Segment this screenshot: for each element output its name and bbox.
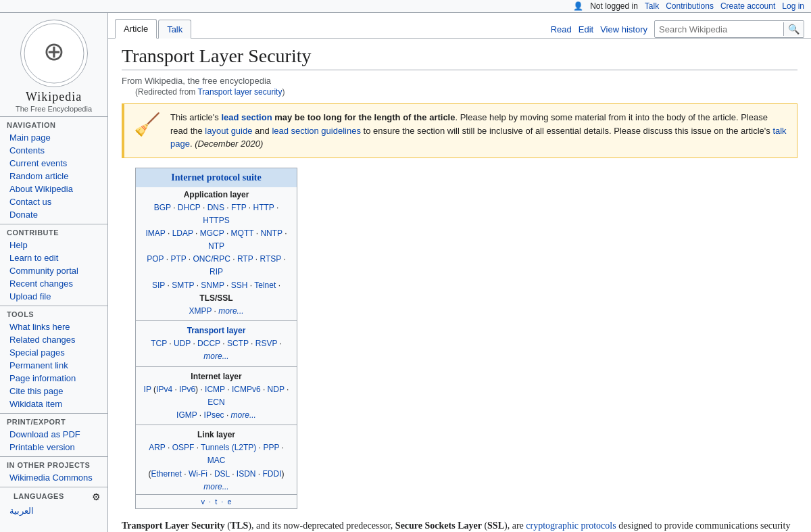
sidebar-item-permanent-link[interactable]: Permanent link [0, 359, 107, 372]
lead-section-guidelines-link[interactable]: lead section guidelines [272, 126, 361, 136]
edit-action[interactable]: Edit [579, 24, 593, 34]
sidebar-item-about[interactable]: About Wikipedia [0, 183, 107, 195]
article-tabs: Article Talk [115, 18, 193, 38]
link-layer-title: Link layer [136, 427, 297, 441]
article-title: Transport Layer Security [122, 45, 797, 70]
main-content-area: Article Talk Read Edit View history 🔍 Tr… [108, 13, 811, 532]
navigation-title: Navigation [0, 121, 107, 131]
transport-layer-title: Transport layer [136, 323, 297, 337]
article-actions: Read Edit View history 🔍 [551, 20, 804, 38]
svg-text:⊕: ⊕ [43, 37, 65, 66]
search-button[interactable]: 🔍 [783, 22, 804, 36]
tools-section: Tools What links here Related changes Sp… [0, 306, 107, 413]
warning-box: 🧹 This article's lead section may be too… [122, 103, 797, 158]
layout: ⊕ Wikipedia The Free Encyclopedia Naviga… [0, 13, 811, 532]
sidebar-item-special-pages[interactable]: Special pages [0, 346, 107, 359]
infobox-v-link[interactable]: v [201, 498, 205, 506]
sidebar-item-help[interactable]: Help [0, 239, 107, 251]
sidebar-item-donate[interactable]: Donate [0, 208, 107, 221]
other-projects-section: In other projects Wikimedia Commons [0, 456, 107, 487]
content-header: Article Talk Read Edit View history 🔍 [108, 13, 811, 39]
sidebar-item-cite-page[interactable]: Cite this page [0, 385, 107, 397]
search-box: 🔍 [654, 20, 804, 38]
print-title: Print/export [0, 418, 107, 428]
sidebar-item-random-article[interactable]: Random article [0, 170, 107, 183]
infobox-t-link[interactable]: t [215, 498, 217, 506]
lead-section-link[interactable]: lead section [221, 112, 272, 122]
divider-2 [136, 366, 297, 367]
infobox: Internet protocol suite Application laye… [135, 168, 297, 509]
create-account-link[interactable]: Create account [720, 1, 775, 11]
article-content: 🧹 This article's lead section may be too… [122, 103, 797, 532]
link-layer-links: ARP · OSPF · Tunnels (L2TP) · PPP · MAC … [136, 441, 297, 494]
top-bar: 👤 Not logged in Talk Contributions Creat… [0, 0, 811, 13]
sidebar-item-current-events[interactable]: Current events [0, 157, 107, 170]
contribute-section: Contribute Help Learn to edit Community … [0, 224, 107, 306]
sidebar-item-download-pdf[interactable]: Download as PDF [0, 428, 107, 441]
redirect-link[interactable]: Transport layer security [197, 87, 282, 97]
languages-section: Languages ⚙ العربية [0, 487, 107, 520]
internet-layer-title: Internet layer [136, 369, 297, 383]
cryptographic-protocols-link[interactable]: cryptographic protocols [526, 521, 616, 531]
application-layer-title: Application layer [136, 187, 297, 201]
search-input[interactable] [655, 23, 783, 36]
divider-1 [136, 320, 297, 321]
sidebar-item-arabic[interactable]: العربية [0, 504, 107, 517]
languages-title: Languages [7, 492, 71, 502]
broom-icon: 🧹 [134, 114, 161, 135]
sidebar-item-learn-to-edit[interactable]: Learn to edit [0, 251, 107, 264]
internet-layer-more[interactable]: more... [231, 410, 256, 420]
wikipedia-globe-logo: ⊕ [20, 20, 88, 87]
transport-layer-more[interactable]: more... [203, 352, 228, 361]
tls-ssl-current: TLS/SSL [199, 293, 232, 303]
user-icon: 👤 [573, 1, 583, 11]
logo-area: ⊕ Wikipedia The Free Encyclopedia [0, 13, 107, 116]
wikipedia-wordmark: Wikipedia [26, 90, 82, 104]
sidebar-item-recent-changes[interactable]: Recent changes [0, 277, 107, 290]
sidebar-item-wikidata[interactable]: Wikidata item [0, 397, 107, 410]
link-layer-more[interactable]: more... [203, 482, 228, 491]
infobox-footer: v · t · e [136, 494, 297, 508]
infobox-e-link[interactable]: e [227, 498, 231, 506]
not-logged-in-label: Not logged in [590, 1, 638, 11]
sidebar-item-main-page[interactable]: Main page [0, 131, 107, 144]
read-action[interactable]: Read [551, 24, 572, 34]
application-layer-more[interactable]: more... [218, 306, 243, 316]
divider-3 [136, 425, 297, 425]
layout-guide-link[interactable]: layout guide [205, 126, 252, 136]
sidebar-item-upload-file[interactable]: Upload file [0, 290, 107, 303]
warning-text: This article's lead section may be too l… [170, 111, 787, 151]
tools-title: Tools [0, 310, 107, 320]
sidebar-item-wikimedia-commons[interactable]: Wikimedia Commons [0, 471, 107, 484]
sidebar-item-what-links-here[interactable]: What links here [0, 320, 107, 333]
contributions-link[interactable]: Contributions [666, 1, 714, 11]
transport-layer-links: TCP · UDP · DCCP · SCTP · RSVP · more... [136, 337, 297, 364]
languages-settings-icon[interactable]: ⚙ [92, 491, 101, 502]
wikipedia-tagline: The Free Encyclopedia [16, 105, 92, 113]
sidebar-item-contact[interactable]: Contact us [0, 195, 107, 208]
login-link[interactable]: Log in [782, 1, 804, 11]
sidebar-item-community-portal[interactable]: Community portal [0, 264, 107, 277]
article-redirect: (Redirected from Transport layer securit… [135, 87, 797, 97]
tab-article[interactable]: Article [115, 19, 157, 39]
navigation-section: Navigation Main page Contents Current ev… [0, 116, 107, 224]
infobox-title: Internet protocol suite [136, 168, 297, 187]
talk-link[interactable]: Talk [645, 1, 659, 11]
sidebar: ⊕ Wikipedia The Free Encyclopedia Naviga… [0, 13, 108, 532]
para-1: Transport Layer Security (TLS), and its … [122, 518, 797, 532]
internet-layer-links: IP (IPv4 · IPv6) · ICMP · ICMPv6 · NDP ·… [136, 383, 297, 423]
article-subtitle: From Wikipedia, the free encyclopedia [122, 76, 797, 86]
contribute-title: Contribute [0, 228, 107, 239]
print-section: Print/export Download as PDF Printable v… [0, 413, 107, 456]
tab-talk[interactable]: Talk [158, 20, 191, 39]
sidebar-item-page-info[interactable]: Page information [0, 372, 107, 385]
sidebar-item-printable-version[interactable]: Printable version [0, 441, 107, 454]
view-history-action[interactable]: View history [600, 24, 647, 34]
other-projects-title: In other projects [0, 461, 107, 471]
sidebar-item-related-changes[interactable]: Related changes [0, 333, 107, 346]
application-layer-links: BGP · DHCP · DNS · FTP · HTTP · HTTPS IM… [136, 201, 297, 319]
sidebar-item-contents[interactable]: Contents [0, 144, 107, 157]
article-body: Transport Layer Security From Wikipedia,… [108, 39, 811, 532]
